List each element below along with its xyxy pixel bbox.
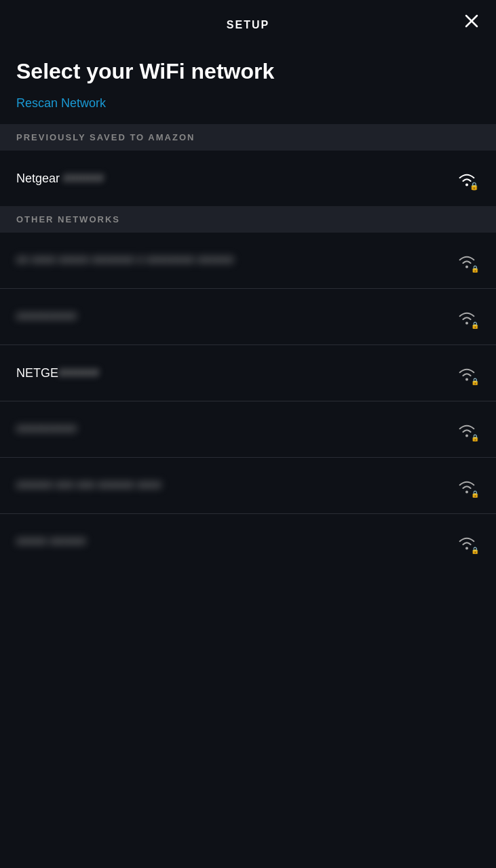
other-network-item-6[interactable]: ##### ###### 🔒 (0, 514, 496, 570)
saved-network-name: Netgear ###### (16, 172, 104, 186)
other-network-item[interactable]: ## #### ##### ####### # ######## ###### … (0, 233, 496, 289)
header: SETUP (0, 0, 496, 45)
wifi-secured-icon-2: 🔒 (454, 304, 480, 330)
svg-point-6 (465, 435, 468, 437)
saved-network-item[interactable]: Netgear ###### 🔒 (0, 151, 496, 206)
saved-section: PREVIOUSLY SAVED TO AMAZON Netgear #####… (0, 124, 496, 206)
wifi-secured-icon-6: 🔒 (454, 529, 480, 555)
lock-icon-5: 🔒 (471, 490, 479, 498)
lock-icon-2: 🔒 (471, 321, 479, 329)
network-name-4: ########## (16, 423, 77, 435)
network-name-3: NETGE###### (16, 366, 99, 380)
page-title: Select your WiFi network (0, 45, 496, 92)
svg-point-5 (465, 378, 468, 381)
other-section-header: OTHER NETWORKS (0, 206, 496, 233)
network-name-2: ########## (16, 311, 77, 323)
saved-section-header: PREVIOUSLY SAVED TO AMAZON (0, 124, 496, 151)
network-name-5: ###### ### ### ###### #### (16, 479, 161, 492)
svg-point-7 (465, 491, 468, 494)
close-button[interactable] (463, 13, 480, 32)
network-name-6: ##### ###### (16, 536, 85, 548)
network-name-1: ## #### ##### ####### # ######## ###### (16, 254, 233, 267)
wifi-secured-icon-4: 🔒 (454, 416, 480, 442)
wifi-secured-icon-3: 🔒 (454, 360, 480, 386)
rescan-network-link[interactable]: Rescan Network (0, 92, 496, 124)
header-title: SETUP (227, 19, 269, 31)
other-network-item-4[interactable]: ########## 🔒 (0, 401, 496, 458)
svg-point-2 (465, 184, 468, 186)
lock-icon-1: 🔒 (471, 265, 479, 273)
wifi-secured-icon-5: 🔒 (454, 473, 480, 498)
svg-point-3 (465, 266, 468, 269)
wifi-secured-icon-1: 🔒 (454, 248, 480, 273)
close-icon (463, 13, 480, 29)
other-network-item-2[interactable]: ########## 🔒 (0, 289, 496, 345)
lock-icon: 🔒 (470, 182, 479, 191)
svg-point-4 (465, 322, 468, 325)
lock-icon-3: 🔒 (471, 378, 479, 385)
wifi-secured-icon: 🔒 (454, 165, 480, 191)
other-network-item-5[interactable]: ###### ### ### ###### #### 🔒 (0, 458, 496, 514)
other-network-item-3[interactable]: NETGE###### 🔒 (0, 345, 496, 401)
other-section: OTHER NETWORKS ## #### ##### ####### # #… (0, 206, 496, 570)
lock-icon-4: 🔒 (471, 434, 479, 441)
lock-icon-6: 🔒 (471, 547, 479, 554)
svg-point-8 (465, 547, 468, 550)
